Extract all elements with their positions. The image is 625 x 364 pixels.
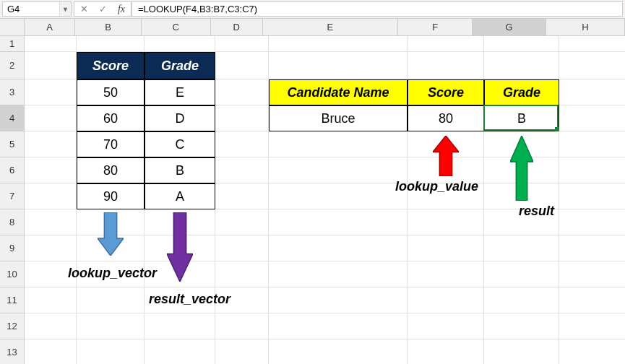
column-header-C[interactable]: C (142, 19, 211, 36)
cell-B5[interactable]: 70 (77, 131, 145, 157)
cell-B3[interactable]: 50 (77, 79, 145, 105)
column-header-E[interactable]: E (263, 19, 398, 36)
cell-G4[interactable]: B (484, 105, 559, 131)
annot-lookup-value: lookup_value (395, 179, 478, 194)
select-all-corner[interactable] (0, 19, 25, 36)
column-headers: ABCDEFGH (25, 19, 625, 36)
row-header-1[interactable]: 1 (0, 36, 25, 52)
formula-bar: G4 ▼ ✕ ✓ fx =LOOKUP(F4,B3:B7,C3:C7) (0, 0, 625, 19)
formula-input[interactable]: =LOOKUP(F4,B3:B7,C3:C7) (132, 1, 623, 17)
cell-C3[interactable]: E (145, 79, 215, 105)
column-header-F[interactable]: F (398, 19, 473, 36)
spreadsheet-grid[interactable]: ABCDEFGH 12345678910111213 ScoreGrade50E… (0, 19, 625, 364)
annot-result-vector: result_vector (149, 292, 230, 307)
row-header-9[interactable]: 9 (0, 235, 25, 261)
cell-C7[interactable]: A (145, 183, 215, 209)
column-header-H[interactable]: H (546, 19, 625, 36)
column-header-D[interactable]: D (211, 19, 263, 36)
cell-C5[interactable]: C (145, 131, 215, 157)
column-header-G[interactable]: G (473, 19, 546, 36)
formula-text: =LOOKUP(F4,B3:B7,C3:C7) (138, 4, 257, 14)
cancel-icon[interactable]: ✕ (74, 2, 93, 16)
arrow-up-red-icon (433, 136, 459, 176)
cell-C6[interactable]: B (145, 157, 215, 183)
arrow-up-green-icon (510, 136, 533, 201)
cell-C2[interactable]: Grade (145, 52, 215, 79)
cells-area[interactable]: ScoreGrade50E60D70C80B90ACandidate NameS… (25, 36, 625, 364)
cell-F4[interactable]: 80 (408, 105, 484, 131)
formula-bar-buttons: ✕ ✓ fx (74, 1, 132, 17)
row-header-8[interactable]: 8 (0, 209, 25, 235)
svg-marker-3 (510, 136, 533, 201)
cell-B7[interactable]: 90 (77, 183, 145, 209)
row-header-2[interactable]: 2 (0, 52, 25, 79)
row-header-5[interactable]: 5 (0, 131, 25, 157)
row-header-6[interactable]: 6 (0, 157, 25, 183)
annot-lookup-vector: lookup_vector (68, 266, 157, 281)
row-headers: 12345678910111213 (0, 36, 25, 364)
row-header-13[interactable]: 13 (0, 339, 25, 364)
cell-E4[interactable]: Bruce (269, 105, 408, 131)
column-header-B[interactable]: B (75, 19, 142, 36)
cell-B4[interactable]: 60 (77, 105, 145, 131)
column-header-A[interactable]: A (25, 19, 75, 36)
cell-E3[interactable]: Candidate Name (269, 79, 408, 105)
cell-C4[interactable]: D (145, 105, 215, 131)
svg-marker-0 (98, 212, 124, 256)
name-box[interactable]: G4 ▼ (2, 1, 72, 17)
row-header-4[interactable]: 4 (0, 105, 25, 131)
row-header-3[interactable]: 3 (0, 79, 25, 105)
row-header-11[interactable]: 11 (0, 287, 25, 313)
row-header-7[interactable]: 7 (0, 183, 25, 209)
cell-B2[interactable]: Score (77, 52, 145, 79)
name-box-value: G4 (7, 4, 20, 14)
svg-marker-1 (167, 212, 193, 282)
chevron-down-icon[interactable]: ▼ (59, 2, 71, 16)
fx-icon[interactable]: fx (112, 2, 131, 16)
arrow-down-blue-icon (98, 212, 124, 256)
row-header-12[interactable]: 12 (0, 313, 25, 339)
cell-F3[interactable]: Score (408, 79, 484, 105)
annot-result: result (519, 204, 554, 219)
svg-marker-2 (433, 136, 459, 176)
row-header-10[interactable]: 10 (0, 261, 25, 287)
enter-icon[interactable]: ✓ (93, 2, 112, 16)
cell-G3[interactable]: Grade (484, 79, 559, 105)
cell-B6[interactable]: 80 (77, 157, 145, 183)
arrow-down-purple-icon (167, 212, 193, 282)
